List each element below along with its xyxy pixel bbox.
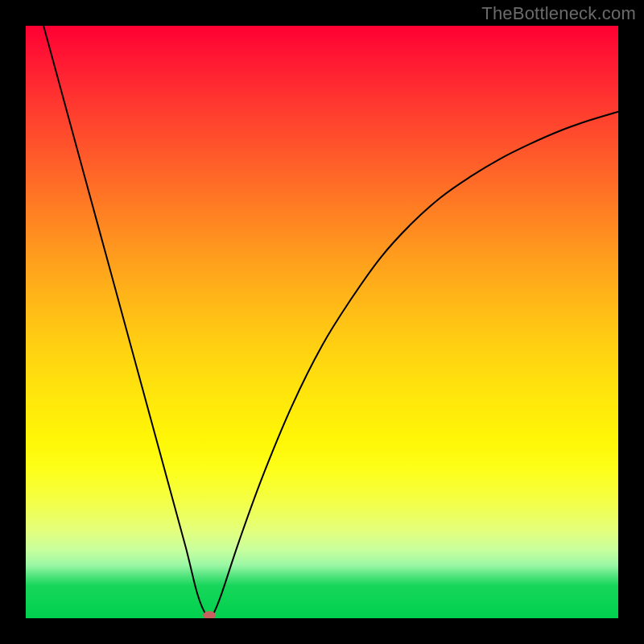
plot-area bbox=[26, 26, 618, 618]
curve-svg bbox=[26, 26, 618, 618]
bottleneck-curve bbox=[43, 26, 618, 618]
chart-frame: TheBottleneck.com bbox=[0, 0, 644, 644]
watermark-text: TheBottleneck.com bbox=[481, 3, 636, 24]
